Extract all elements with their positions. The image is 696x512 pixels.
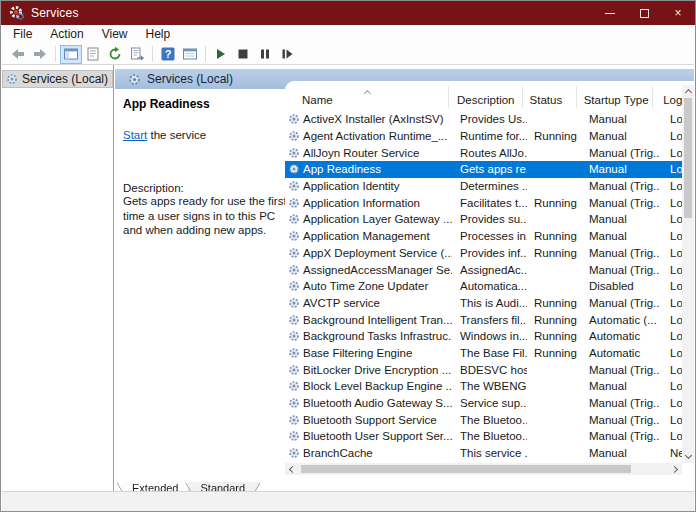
cell-text: Auto Time Zone Updater [303, 280, 428, 292]
minimize-button[interactable] [593, 1, 627, 25]
cell-text: The Bluetoo... [460, 430, 527, 442]
service-gear-icon [288, 447, 300, 459]
start-service-button[interactable] [210, 45, 232, 64]
cell-text: This service ... [460, 447, 527, 459]
services-gear-icon [128, 73, 141, 86]
cell-log-on-as: Loca [660, 361, 682, 378]
cell-text: Provides inf... [460, 247, 527, 259]
cell-status [527, 261, 582, 278]
cell-text: Background Intelligent Tran... [303, 314, 452, 326]
menu-view[interactable]: View [93, 25, 137, 44]
horizontal-scroll-thumb[interactable] [301, 465, 631, 473]
cell-text: Provides Us... [460, 113, 527, 125]
table-row[interactable]: Bluetooth Audio Gateway S...Service sup.… [285, 395, 682, 412]
forward-button[interactable] [29, 45, 51, 64]
show-window-button[interactable] [179, 45, 201, 64]
tree-item-services-local[interactable]: Services (Local) [2, 70, 113, 88]
table-row[interactable]: Application InformationFacilitates t...R… [285, 194, 682, 211]
scroll-down-icon[interactable] [684, 452, 691, 459]
tree-item-label: Services (Local) [22, 72, 108, 86]
table-row[interactable]: Block Level Backup Engine ...The WBENG..… [285, 378, 682, 395]
back-button[interactable] [7, 45, 29, 64]
column-header-status[interactable]: Status [523, 86, 577, 108]
cell-text: Loca [670, 430, 682, 442]
scroll-left-icon[interactable] [289, 465, 296, 472]
table-row[interactable]: AppX Deployment Service (...Provides inf… [285, 245, 682, 262]
table-row[interactable]: AllJoyn Router ServiceRoutes AllJo...Man… [285, 144, 682, 161]
table-row[interactable]: Application ManagementProcesses in...Run… [285, 228, 682, 245]
column-header-startup-type[interactable]: Startup Type [577, 86, 654, 108]
cell-status: Running [527, 228, 582, 245]
cell-text: App Readiness [303, 163, 381, 175]
cell-log-on-as: Loca [660, 144, 682, 161]
stop-service-button[interactable] [232, 45, 254, 64]
cell-text: Disabled [589, 280, 634, 292]
service-gear-icon [288, 397, 300, 409]
cell-startup-type: Manual (Trig... [582, 178, 660, 195]
table-row[interactable]: AssignedAccessManager Se...AssignedAc...… [285, 261, 682, 278]
cell-text: Loca [670, 147, 682, 159]
close-button[interactable]: × [661, 1, 695, 25]
cell-text: Manual (Trig... [589, 264, 660, 276]
cell-text: Loca [670, 213, 682, 225]
cell-status [527, 111, 582, 128]
pause-service-button[interactable] [254, 45, 276, 64]
cell-text: Loca [670, 180, 682, 192]
table-row[interactable]: Base Filtering EngineThe Base Fil...Runn… [285, 345, 682, 362]
scroll-right-icon[interactable] [671, 465, 678, 472]
cell-text: Loca [670, 297, 682, 309]
restart-service-button[interactable] [276, 45, 298, 64]
table-row[interactable]: App ReadinessGets apps re...ManualLoca [285, 161, 682, 178]
table-row[interactable]: BranchCacheThis service ...ManualNetw [285, 445, 682, 462]
cell-text: Running [534, 197, 577, 209]
column-header-name[interactable]: Name [285, 86, 449, 108]
table-row[interactable]: Bluetooth Support ServiceThe Bluetoo...M… [285, 411, 682, 428]
horizontal-scrollbar[interactable] [285, 463, 682, 475]
vertical-scroll-thumb[interactable] [684, 98, 692, 218]
table-row[interactable]: Bluetooth User Support Ser...The Bluetoo… [285, 428, 682, 445]
table-row[interactable]: Background Tasks Infrastruc...Windows in… [285, 328, 682, 345]
cell-text: Loca [670, 130, 682, 142]
start-service-link[interactable]: Start [123, 129, 147, 141]
table-row[interactable]: Application IdentityDetermines ...Manual… [285, 178, 682, 195]
cell-text: Loca [670, 230, 682, 242]
vertical-scrollbar[interactable] [682, 85, 694, 463]
column-header-log-on-as[interactable]: Log [653, 86, 682, 108]
menu-action[interactable]: Action [41, 25, 92, 44]
export-list-button[interactable] [126, 45, 148, 64]
refresh-button[interactable] [104, 45, 126, 64]
cell-description: This service ... [452, 445, 527, 462]
cell-name: App Readiness [285, 161, 452, 178]
cell-text: Automatica... [460, 280, 527, 292]
help-button[interactable]: ? [157, 45, 179, 64]
cell-description: Service sup... [452, 395, 527, 412]
table-row[interactable]: Application Layer Gateway ...Provides su… [285, 211, 682, 228]
menu-help[interactable]: Help [137, 25, 180, 44]
table-row[interactable]: Auto Time Zone UpdaterAutomatica...Disab… [285, 278, 682, 295]
menu-file[interactable]: File [4, 25, 41, 44]
table-row[interactable]: Agent Activation Runtime_...Runtime for.… [285, 128, 682, 145]
title-bar: Services × [1, 1, 695, 25]
refresh-icon [107, 46, 123, 62]
table-row[interactable]: BitLocker Drive Encryption ...BDESVC hos… [285, 361, 682, 378]
properties-button[interactable] [82, 45, 104, 64]
maximize-button[interactable] [627, 1, 661, 25]
cell-text: Running [534, 297, 577, 309]
cell-text: Application Layer Gateway ... [303, 213, 452, 225]
cell-name: Application Information [285, 194, 452, 211]
service-gear-icon [288, 113, 300, 125]
column-header-description[interactable]: Description [449, 86, 523, 108]
cell-startup-type: Manual [582, 111, 660, 128]
show-window-icon [182, 46, 198, 62]
show-console-tree-button[interactable] [60, 45, 82, 64]
cell-status [527, 278, 582, 295]
table-row[interactable]: AVCTP serviceThis is Audi...RunningManua… [285, 295, 682, 312]
table-row[interactable]: ActiveX Installer (AxInstSV)Provides Us.… [285, 111, 682, 128]
cell-startup-type: Manual (Trig... [582, 428, 660, 445]
cell-log-on-as: Loca [660, 395, 682, 412]
scroll-up-icon[interactable] [684, 89, 691, 96]
cell-startup-type: Disabled [582, 278, 660, 295]
table-row[interactable]: Background Intelligent Tran...Transfers … [285, 311, 682, 328]
service-gear-icon [288, 380, 300, 392]
cell-text: Manual [589, 130, 627, 142]
